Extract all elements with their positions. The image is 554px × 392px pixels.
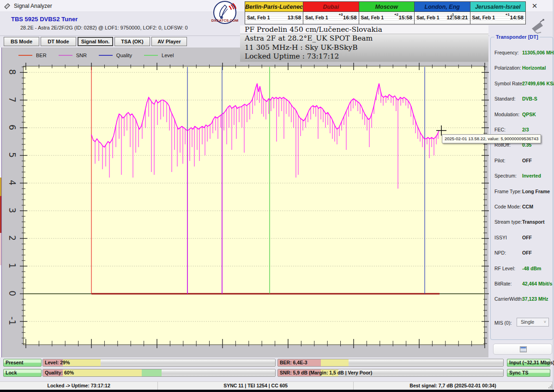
transponder-label: Spectrum:	[494, 173, 517, 178]
transponder-value: 42,464 Mbit/s	[522, 281, 552, 286]
transponder-label: Symbol Rate:	[494, 81, 524, 86]
badge-lock: Lock	[3, 369, 42, 377]
y-tick-label: 3	[7, 204, 18, 216]
clock-city: Jerusalem-Israel	[470, 2, 525, 12]
y-tick-label: 1	[7, 260, 18, 272]
transponder-row: Pilot:OFF	[491, 158, 554, 164]
tab-bs-mode[interactable]: BS Mode	[4, 37, 39, 46]
clock-time: 15:58	[399, 15, 412, 20]
bar-label: SNR: 5,9 dB (Margin: 1,5 dB | Very Poor)	[280, 370, 372, 375]
tab-tsa-ok-[interactable]: TSA (OK)	[114, 37, 150, 46]
clock-time-row: Sat, Feb 1+114:58	[470, 12, 525, 24]
bar-level: Level: 29%	[42, 359, 276, 367]
legend-label: Quality	[116, 53, 132, 58]
transponder-label: FEC:	[494, 127, 506, 132]
transponder-row: Frame Type:Long Frame	[491, 189, 554, 195]
clock-time: 14:58	[510, 15, 524, 20]
transponder-value: Inverted	[522, 173, 541, 178]
transponder-value: 37,123 MHz	[522, 296, 548, 302]
clock-city: Berlin-Paris-Lučenec	[245, 2, 303, 12]
legend-line-icon	[59, 55, 72, 56]
y-tick-label: 2	[7, 232, 18, 244]
mis-dropdown[interactable]: Single ˅	[517, 318, 549, 327]
transponder-value: 27499,696 KS/s	[522, 81, 554, 86]
badge-sync-ts: Sync TS	[507, 369, 550, 377]
transponder-label: Polarization:	[494, 65, 521, 71]
transponder-label: RF Level:	[494, 266, 515, 271]
transponder-value: Horizontal	[522, 65, 546, 71]
transponder-row: Spectrum:Inverted	[491, 173, 554, 179]
clock-utc-offset: +3	[338, 12, 343, 17]
tuner-title: TBS 5925 DVBS2 Tuner	[11, 16, 78, 23]
transponder-label: Frequency:	[494, 50, 519, 55]
bar-snr: SNR: 5,9 dB (Margin: 1,5 dB | Very Poor)	[277, 369, 504, 377]
y-tick-label: -1	[7, 315, 18, 327]
clock-jerusalem-israel: Jerusalem-IsraelSat, Feb 1+114:58	[470, 2, 525, 24]
transponder-value: OFF	[522, 235, 532, 240]
ts-list-button[interactable]	[493, 344, 552, 355]
signal-plot[interactable]	[23, 66, 485, 345]
chevron-down-icon: ˅	[544, 318, 546, 326]
transponder-panel: Transponder [DT] Frequency:11305,006 MHz…	[490, 37, 553, 340]
clock-dubai: DubaiSat, Feb 1+316:58	[303, 2, 359, 24]
transponder-row: BitRate:42,464 Mbit/s	[491, 281, 554, 287]
logo-text: DXSATCS.COM	[211, 18, 239, 23]
transponder-row: CarrierWidth:37,123 MHz	[491, 296, 554, 303]
transponder-label: Modulation:	[494, 112, 519, 117]
bar-label: Quality: 60%	[45, 370, 74, 375]
clock-time-row: Sat, Feb 1-112:58:21	[415, 12, 470, 24]
window-bottom-edge	[0, 390, 554, 392]
app-icon	[4, 2, 11, 12]
tab-av-player[interactable]: AV Player	[151, 37, 187, 46]
badge-input-mbps-: Input (~32,31 Mbps)	[507, 359, 550, 367]
clock-date: Sat, Feb 1	[305, 15, 328, 20]
world-clock-strip: Berlin-Paris-LučenecSat, Feb 113:58Dubai…	[245, 1, 526, 24]
clock-moscow: MoscowSat, Feb 1+215:58	[359, 2, 415, 24]
tuner-subtitle: 28.2E - Astra 2E/2F/2G (ID: 0282) @ LOF1…	[20, 25, 188, 30]
clock-utc-offset: +1	[506, 12, 510, 17]
clock-date: Sat, Feb 1	[416, 15, 440, 20]
transponder-value: QPSK	[522, 112, 536, 117]
legend-line-icon	[99, 55, 113, 56]
y-tick-label: 7	[7, 94, 18, 106]
bar-ber: BER: 6,4E-3	[277, 359, 504, 367]
transponder-row: Stream type:Transport	[491, 219, 554, 226]
window-left-border	[0, 178, 2, 196]
clock-date: Sat, Feb 1	[247, 15, 270, 20]
transponder-row: Standard:DVB-S	[491, 96, 554, 102]
transponder-label: Stream type:	[494, 219, 522, 225]
y-tick-label: 0	[7, 287, 18, 299]
mis-value: Single	[521, 319, 534, 325]
transponder-value: 2/3	[522, 127, 529, 132]
y-tick-label: 4	[7, 177, 18, 189]
close-icon[interactable]: ✕	[529, 2, 540, 11]
transponder-row: ISSYIOFF	[491, 235, 554, 241]
legend-label: SNR	[76, 53, 87, 58]
statusbar-section: Locked -> Uptime: 73:17:12	[0, 382, 158, 390]
badge-present: Present	[3, 359, 42, 367]
transponder-label: ISSYI	[494, 235, 507, 240]
info-line: Astra 2F at 28.2°E_UK SPOT Beam	[245, 34, 488, 43]
bar-fill-segment	[321, 359, 349, 366]
chart-area: BERSNRQualityLevel -1012345678	[2, 48, 488, 357]
transponder-panel-title: Transponder [DT]	[494, 34, 540, 40]
window-left-border	[0, 196, 2, 233]
transponder-value: Transport	[522, 219, 544, 225]
transponder-row: FEC:2/3	[491, 127, 554, 133]
legend-item-quality: Quality	[99, 53, 132, 58]
transponder-row: RF Level:-48 dBm	[491, 266, 554, 272]
tab-signal-mon-[interactable]: Signal Mon.	[78, 37, 113, 46]
window-left-border	[0, 48, 2, 178]
tab-dt-mode[interactable]: DT Mode	[41, 37, 76, 46]
tuner-info-panel: TBS 5925 DVBS2 Tuner 28.2E - Astra 2E/2F…	[3, 14, 241, 35]
statusbar-section: SYNC 11 | TEI 1254 | CC 605	[158, 382, 354, 390]
transponder-label: Standard:	[494, 96, 516, 101]
y-tick-label: 6	[7, 121, 18, 133]
dxsatcs-logo: DXSATCS.COM	[209, 0, 241, 27]
chart-tooltip: 2025-02-01 13.58.22, value: 5,9000000953…	[442, 134, 541, 143]
clock-date: Sat, Feb 1	[361, 15, 384, 20]
transponder-label: Code Mode:	[494, 204, 521, 209]
clock-time-row: Sat, Feb 113:58	[245, 12, 303, 24]
resize-grip[interactable]	[548, 385, 552, 388]
snr-trace	[91, 83, 439, 147]
